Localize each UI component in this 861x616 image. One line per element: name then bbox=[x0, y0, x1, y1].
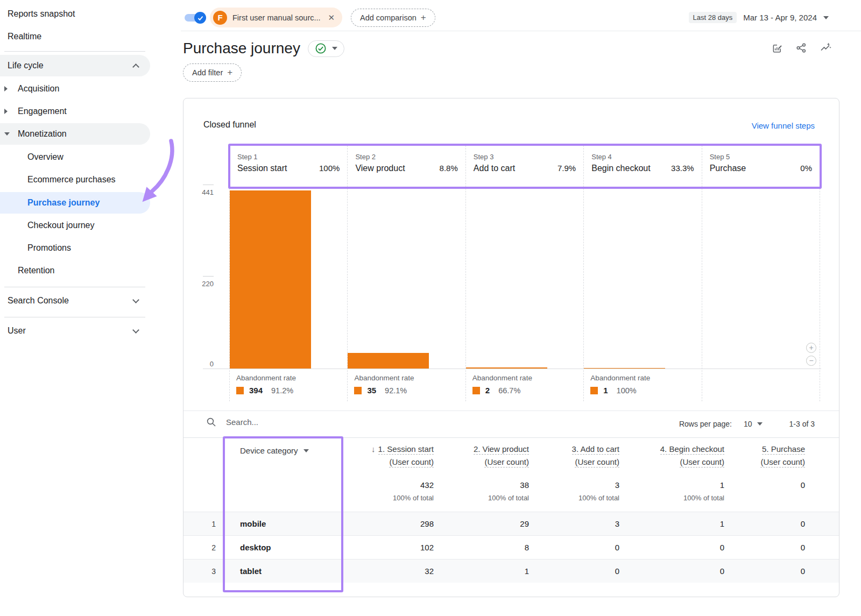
funnel-bar bbox=[230, 190, 311, 369]
funnel-step-column-4: Step 4 Begin checkout 33.3% Abandonment … bbox=[583, 145, 701, 401]
caret-down-icon bbox=[757, 422, 763, 426]
first-user-badge: F bbox=[213, 11, 227, 25]
row-index: 3 bbox=[197, 560, 216, 583]
table-totals-row: 432100% of total 38100% of total 3100% o… bbox=[184, 480, 839, 508]
device-category-cell: desktop bbox=[240, 536, 271, 560]
y-axis-tick bbox=[203, 276, 214, 277]
pagination-bar: Rows per page: 10 1-3 of 3 bbox=[679, 420, 815, 428]
funnel-step-column-3: Step 3 Add to cart 7.9% Abandonment rate… bbox=[465, 145, 583, 401]
comparison-chip-label: First user manual sourc... bbox=[232, 13, 321, 22]
funnel-step-header: Step 2 View product 8.8% bbox=[348, 145, 465, 187]
sidebar-item-overview[interactable]: Overview bbox=[0, 146, 150, 168]
collapse-arrow-icon bbox=[4, 132, 10, 136]
insights-icon[interactable] bbox=[820, 42, 831, 54]
chevron-down-icon bbox=[132, 296, 139, 303]
zoom-in-icon[interactable]: + bbox=[806, 343, 816, 353]
sidebar-item-ecommerce-purchases[interactable]: Ecommerce purchases bbox=[0, 168, 150, 191]
close-icon[interactable]: ✕ bbox=[328, 13, 335, 23]
column-header-purchase[interactable]: 5. Purchase (User count) bbox=[692, 443, 805, 469]
step-completion-rate: 33.3% bbox=[671, 164, 694, 173]
table-column-headers: ↓1. Session start (User count) 2. View p… bbox=[184, 443, 839, 473]
nav-label: Ecommerce purchases bbox=[27, 175, 116, 185]
zoom-out-icon[interactable]: − bbox=[806, 356, 816, 366]
sidebar-item-checkout-journey[interactable]: Checkout journey bbox=[0, 214, 150, 237]
total-note: 100% of total bbox=[506, 494, 619, 502]
rows-per-page-select[interactable]: 10 bbox=[744, 420, 763, 428]
row-index: 2 bbox=[197, 536, 216, 560]
add-filter-button[interactable]: Add filter + bbox=[183, 63, 242, 82]
page-title: Purchase journey bbox=[183, 40, 300, 57]
comparison-toggle[interactable] bbox=[184, 11, 206, 24]
sidebar-item-acquisition[interactable]: Acquisition bbox=[0, 77, 150, 100]
abandonment-rate: 92.1% bbox=[385, 386, 407, 395]
abandonment-count: 1 bbox=[603, 386, 608, 395]
plus-icon: + bbox=[227, 67, 232, 78]
step-completion-rate: 0% bbox=[800, 164, 812, 173]
row-index: 1 bbox=[197, 512, 216, 536]
toggle-knob-check-icon bbox=[194, 12, 206, 24]
view-funnel-steps-link[interactable]: View funnel steps bbox=[752, 121, 815, 130]
nav-label: Acquisition bbox=[18, 84, 59, 94]
cell-value: 0 bbox=[692, 536, 805, 560]
nav-label: Monetization bbox=[18, 129, 67, 139]
legend-swatch-icon bbox=[590, 387, 598, 394]
sidebar-divider bbox=[4, 51, 145, 52]
sidebar-item-purchase-journey[interactable]: Purchase journey bbox=[0, 192, 150, 214]
abandonment-cell: Abandonment rate 394 91.2% bbox=[230, 369, 347, 401]
sidebar-item-retention[interactable]: Retention bbox=[0, 259, 150, 282]
date-range-text: Mar 13 - Apr 9, 2024 bbox=[743, 13, 817, 22]
legend-swatch-icon bbox=[472, 387, 480, 394]
funnel-bar bbox=[348, 353, 429, 369]
abandonment-count: 2 bbox=[485, 386, 490, 395]
table-row-tablet: 3 tablet 32 1 0 0 0 bbox=[184, 559, 839, 583]
report-actions bbox=[772, 42, 831, 54]
abandonment-label: Abandonment rate bbox=[472, 374, 583, 382]
sidebar-section-search-console[interactable]: Search Console bbox=[0, 289, 150, 312]
funnel-step-column-5: Step 5 Purchase 0% bbox=[702, 145, 820, 401]
funnel-chart: Step 1 Session start 100% Abandonment ra… bbox=[229, 145, 820, 401]
date-preset-badge: Last 28 days bbox=[689, 12, 737, 23]
chevron-up-icon bbox=[132, 63, 139, 70]
abandonment-count: 35 bbox=[367, 386, 376, 395]
abandonment-cell-empty bbox=[702, 369, 820, 401]
reports-sidebar: Reports snapshot Realtime Life cycle Acq… bbox=[0, 0, 161, 616]
nav-label: Reports snapshot bbox=[8, 9, 75, 19]
sidebar-item-reports-snapshot[interactable]: Reports snapshot bbox=[0, 3, 150, 25]
pagination-status: 1-3 of 3 bbox=[789, 420, 815, 428]
add-comparison-button[interactable]: Add comparison + bbox=[351, 9, 435, 27]
step-name: Purchase bbox=[710, 164, 746, 173]
nav-label: Realtime bbox=[8, 32, 41, 41]
abandonment-cell: Abandonment rate 2 66.7% bbox=[466, 369, 583, 401]
sidebar-item-promotions[interactable]: Promotions bbox=[0, 237, 150, 259]
abandonment-rate: 91.2% bbox=[271, 386, 293, 395]
add-comparison-label: Add comparison bbox=[360, 13, 417, 22]
sidebar-item-monetization[interactable]: Monetization bbox=[0, 123, 150, 145]
column-header-add-to-cart[interactable]: 3. Add to cart (User count) bbox=[506, 443, 619, 469]
abandonment-count: 394 bbox=[249, 386, 263, 395]
share-icon[interactable] bbox=[796, 43, 807, 53]
table-row-desktop: 2 desktop 102 8 0 0 0 bbox=[184, 535, 839, 559]
report-card: Closed funnel View funnel steps 441 220 … bbox=[183, 98, 839, 597]
sidebar-item-engagement[interactable]: Engagement bbox=[0, 100, 150, 123]
report-status-dropdown[interactable] bbox=[308, 40, 344, 57]
rows-per-page-value: 10 bbox=[744, 420, 752, 428]
legend-swatch-icon bbox=[236, 387, 244, 394]
search-input[interactable] bbox=[225, 417, 397, 427]
expand-arrow-icon bbox=[4, 86, 8, 91]
abandonment-cell: Abandonment rate 35 92.1% bbox=[348, 369, 465, 401]
cell-value: 0 bbox=[692, 560, 805, 583]
rows-per-page-label: Rows per page: bbox=[679, 420, 732, 428]
customize-report-icon[interactable] bbox=[772, 43, 783, 54]
sidebar-item-realtime[interactable]: Realtime bbox=[0, 25, 150, 48]
comparison-chip[interactable]: F First user manual sourc... ✕ bbox=[210, 8, 342, 27]
step-number: Step 4 bbox=[591, 153, 694, 161]
search-icon bbox=[206, 417, 216, 427]
nav-label: Overview bbox=[27, 152, 63, 162]
sidebar-section-life-cycle[interactable]: Life cycle bbox=[0, 55, 150, 76]
funnel-step-header: Step 5 Purchase 0% bbox=[702, 145, 820, 187]
date-range-selector[interactable]: Last 28 days Mar 13 - Apr 9, 2024 bbox=[689, 12, 829, 23]
page-header: Purchase journey bbox=[183, 40, 344, 57]
total-value: 3 bbox=[506, 480, 619, 490]
sidebar-section-user[interactable]: User bbox=[0, 320, 150, 342]
step-name: Begin checkout bbox=[591, 164, 650, 173]
